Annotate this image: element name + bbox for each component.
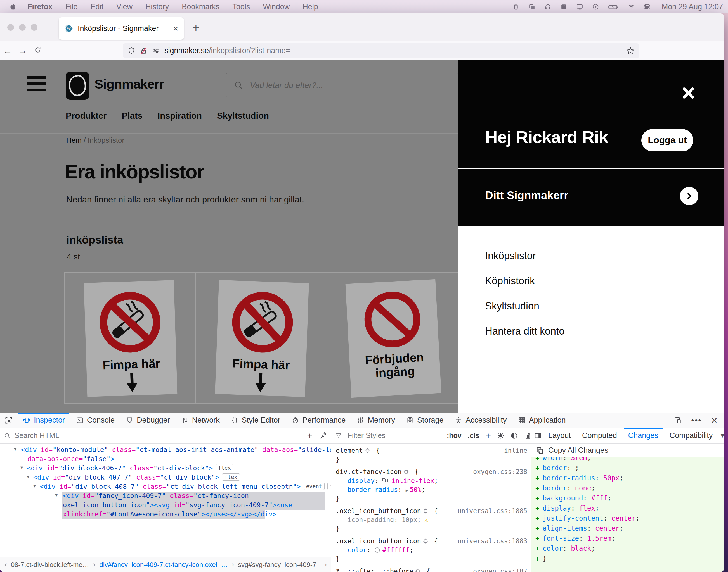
bookmark-star-icon[interactable] [626,47,634,55]
badge-flex[interactable]: flex [327,483,331,490]
element-picker-icon[interactable] [0,413,17,428]
devtools-tab-storage[interactable]: Storage [401,413,449,428]
markup-line[interactable]: data-aos-once="false"> [0,455,331,464]
menu-item-firefox[interactable]: Firefox [27,3,53,11]
control-center-icon[interactable] [644,3,651,10]
sidebar-tab-compatibility[interactable]: Compatibility [665,428,717,443]
sidebar-tabs-overflow-icon[interactable]: ▼ [719,432,724,439]
filter-styles-input[interactable] [348,431,441,440]
devtools-tab-accessibility[interactable]: Accessibility [449,413,512,428]
sidebar-tab-changes[interactable]: Changes [624,428,663,443]
breadcrumb-scroll-right-icon[interactable]: › [324,560,327,569]
close-window-button[interactable] [7,24,14,31]
devtools-tab-style-editor[interactable]: Style Editor [225,413,286,428]
browser-tab[interactable]: W Inköpslistor - Signmaker × [59,17,184,40]
sidebar-tab-computed[interactable]: Computed [578,428,621,443]
markup-line[interactable]: ▼<div id="konto-module" class="ct-modal … [0,446,331,455]
badge-flex[interactable]: flex [216,464,233,472]
site-menu-icon[interactable] [26,76,46,91]
rule-source-link[interactable]: universal.css:1885 [458,506,527,515]
html-tree[interactable]: ▼<div id="konto-module" class="ct-modal … [0,443,331,557]
css-rule[interactable]: .oxel_icon_button_icon {universal.css:18… [331,505,531,535]
traffic-lights[interactable] [7,24,38,31]
css-rule[interactable]: div.ct-fancy-icon {oxygen.css:238display… [331,466,531,505]
breadcrumb-node[interactable]: 08-7.ct-div-block.left-me… [11,561,89,569]
site-logo-text[interactable]: Signmakerr [95,76,164,92]
responsive-mode-icon[interactable] [674,416,682,424]
devtools-tab-network[interactable]: Network [176,413,225,428]
menu-item-help[interactable]: Help [302,3,318,11]
light-theme-icon[interactable] [497,432,504,439]
panel-link-skyltstudion[interactable]: Skyltstudion [485,300,564,312]
dark-theme-icon[interactable] [510,432,518,439]
url-bar[interactable]: signmaker.se/inkopslistor/?list-name= [123,43,639,58]
breadcrumb-node[interactable]: div#fancy_icon-409-7.ct-fancy-icon.oxel_… [99,561,228,569]
devtools-tab-console[interactable]: Console [70,413,120,428]
keyboard-icon[interactable] [560,3,567,10]
panel-link-hantera-ditt-konto[interactable]: Hantera ditt konto [485,326,564,337]
breadcrumb-scroll-left-icon[interactable]: ‹ [4,560,7,569]
devtools-tab-inspector[interactable]: Inspector [17,413,70,428]
site-nav-produkter[interactable]: Produkter [66,111,107,121]
menu-item-view[interactable]: View [116,3,132,11]
list-name[interactable]: inköpslista [66,234,123,246]
panel-link-inköpslistor[interactable]: Inköpslistor [485,250,564,262]
wifi-icon[interactable] [628,3,634,10]
shield-icon[interactable] [127,47,135,55]
reload-button[interactable] [30,46,45,56]
markup-line[interactable]: xlink:href="#FontAwesomeicon-close"></us… [0,510,331,519]
product-card[interactable]: Förbjuden ingång [327,272,459,404]
screen-mirroring-icon[interactable] [528,3,535,10]
breadcrumb-home[interactable]: Hem [66,136,82,144]
color-swatch[interactable] [375,548,380,553]
expand-arrow-icon[interactable]: ▼ [27,474,29,479]
markup-line[interactable]: oxel_icon_button_icon"><svg id="svg-fanc… [0,501,331,510]
rule-source-link[interactable]: universal.css:1883 [458,537,527,546]
tab-close-icon[interactable]: × [173,23,178,34]
site-nav-inspiration[interactable]: Inspiration [158,111,202,121]
apple-icon[interactable] [9,3,17,10]
css-rule[interactable]: element {inline} [331,445,531,466]
expand-arrow-icon[interactable]: ▼ [14,447,16,452]
markup-line[interactable]: ▼<div id="div_block-407-7" class="ct-div… [0,474,331,483]
expand-arrow-icon[interactable]: ▼ [33,484,36,489]
devtools-tab-memory[interactable]: Memory [351,413,401,428]
product-card[interactable]: Fimpa här [196,272,327,404]
panel-link-köphistorik[interactable]: Köphistorik [485,275,564,287]
forward-button[interactable]: → [15,46,30,56]
chevron-right-button[interactable] [680,187,699,205]
css-declaration[interactable]: display: inline-flex; [331,476,531,485]
markup-line[interactable]: ▼<div id="fancy_icon-409-7" class="ct-fa… [0,492,331,501]
battery-icon[interactable] [608,3,619,10]
add-node-icon[interactable]: + [307,431,313,440]
rule-source-link[interactable]: oxygen.css:187 [473,567,527,572]
markup-line[interactable]: ▼<div id="div_block-406-7" class="ct-div… [0,464,331,474]
markup-line[interactable]: ▼<div id="div_block-408-7" class="ct-div… [0,483,331,492]
target-icon[interactable] [403,468,409,474]
menu-item-bookmarks[interactable]: Bookmarks [182,3,220,11]
expand-arrow-icon[interactable]: ▼ [20,465,23,470]
panel-section-title[interactable]: Ditt Signmakerr [485,189,568,202]
css-rules[interactable]: element {inline}div.ct-fancy-icon {oxyge… [331,443,531,572]
rule-selector[interactable]: .oxel_icon_button_icon [336,538,421,545]
pseudo-class-toggle[interactable]: :hov [447,432,462,440]
site-search[interactable] [226,73,459,97]
css-declaration[interactable]: icon-padding: 10px;⚠ [331,515,531,524]
permissions-icon[interactable] [152,47,160,55]
menu-item-file[interactable]: File [65,3,78,11]
rule-source-link[interactable]: oxygen.css:238 [473,467,527,476]
menu-item-tools[interactable]: Tools [232,3,250,11]
site-search-input[interactable] [250,81,451,90]
zoom-window-button[interactable] [31,24,38,31]
flex-display-icon[interactable] [382,478,389,483]
copy-all-changes-row[interactable]: Copy All Changes [532,443,724,457]
target-icon[interactable] [423,538,429,543]
screen-record-icon[interactable] [592,3,599,10]
devtools-tab-debugger[interactable]: Debugger [120,413,176,428]
meatball-menu-icon[interactable]: ••• [691,416,702,424]
rule-selector[interactable]: div.ct-fancy-icon [336,468,402,475]
target-icon[interactable] [415,568,421,572]
search-html-input[interactable] [14,431,301,440]
css-rule[interactable]: *, ::after, ::before {oxygen.css:187box-… [331,565,531,572]
breadcrumb-node[interactable]: svg#svg-fancy_icon-409-7 [238,561,316,569]
